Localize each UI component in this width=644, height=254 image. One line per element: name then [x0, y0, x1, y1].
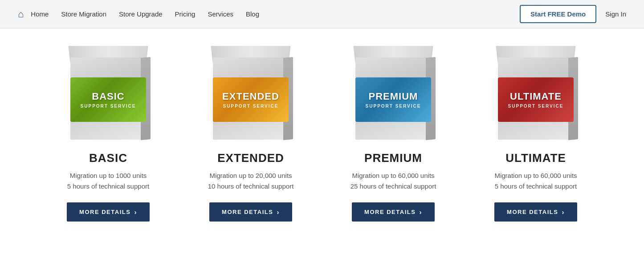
- box-band-title-extended: EXTENDED: [222, 91, 279, 102]
- nav-actions: Start FREE Demo Sign In: [520, 5, 626, 23]
- nav-item-store-upgrade[interactable]: Store Upgrade: [119, 10, 163, 18]
- nav-item-pricing[interactable]: Pricing: [175, 10, 196, 18]
- product-card-ultimate: ULTIMATE SUPPORT SERVICE ULTIMATE Migrat…: [465, 37, 607, 230]
- box-band-title-ultimate: ULTIMATE: [510, 91, 562, 102]
- chevron-right-icon-basic: ›: [134, 208, 137, 216]
- nav-item-blog[interactable]: Blog: [246, 10, 259, 18]
- product-desc-premium: Migration up to 60,000 units 25 hours of…: [351, 170, 436, 192]
- more-details-button-basic[interactable]: MORE DETAILS ›: [67, 202, 150, 222]
- nav-item-store-migration[interactable]: Store Migration: [61, 10, 106, 18]
- product-card-basic: BASIC SUPPORT SERVICE BASIC Migration up…: [37, 37, 179, 230]
- more-details-button-extended[interactable]: MORE DETAILS ›: [209, 202, 292, 222]
- box-band-subtitle-extended: SUPPORT SERVICE: [223, 104, 279, 109]
- navbar: ⌂ Home Store Migration Store Upgrade Pri…: [0, 0, 644, 28]
- nav-links: Home Store Migration Store Upgrade Prici…: [31, 10, 520, 18]
- chevron-right-icon-ultimate: ›: [562, 208, 565, 216]
- box-band-subtitle-premium: SUPPORT SERVICE: [366, 104, 421, 109]
- nav-item-services[interactable]: Services: [208, 10, 233, 18]
- more-details-label-premium: MORE DETAILS: [364, 209, 416, 215]
- box-3d-basic: BASIC SUPPORT SERVICE: [66, 46, 151, 140]
- box-band-subtitle-basic: SUPPORT SERVICE: [81, 104, 136, 109]
- box-wrapper-premium: PREMIUM SUPPORT SERVICE: [340, 42, 447, 144]
- box-band-premium: PREMIUM SUPPORT SERVICE: [355, 77, 431, 122]
- box-band-basic: BASIC SUPPORT SERVICE: [70, 77, 146, 122]
- products-grid: BASIC SUPPORT SERVICE BASIC Migration up…: [0, 28, 644, 248]
- product-title-basic: BASIC: [89, 151, 127, 165]
- start-demo-button[interactable]: Start FREE Demo: [520, 5, 596, 23]
- product-title-extended: EXTENDED: [217, 151, 284, 165]
- product-card-extended: EXTENDED SUPPORT SERVICE EXTENDED Migrat…: [179, 37, 322, 230]
- product-desc-ultimate: Migration up to 60,000 units 5 hours of …: [494, 170, 577, 192]
- more-details-button-ultimate[interactable]: MORE DETAILS ›: [494, 202, 577, 222]
- box-band-extended: EXTENDED SUPPORT SERVICE: [213, 77, 289, 122]
- box-band-subtitle-ultimate: SUPPORT SERVICE: [508, 104, 564, 109]
- product-title-premium: PREMIUM: [364, 151, 422, 165]
- more-details-button-premium[interactable]: MORE DETAILS ›: [352, 202, 435, 222]
- product-desc-extended: Migration up to 20,000 units 10 hours of…: [208, 170, 294, 192]
- more-details-label-extended: MORE DETAILS: [222, 209, 273, 215]
- product-title-ultimate: ULTIMATE: [505, 151, 566, 165]
- chevron-right-icon-premium: ›: [419, 208, 422, 216]
- box-band-title-basic: BASIC: [92, 91, 124, 102]
- box-wrapper-ultimate: ULTIMATE SUPPORT SERVICE: [482, 42, 589, 144]
- box-band-ultimate: ULTIMATE SUPPORT SERVICE: [498, 77, 574, 122]
- chevron-right-icon-extended: ›: [277, 208, 280, 216]
- product-desc-basic: Migration up to 1000 units 5 hours of te…: [67, 170, 149, 192]
- box-wrapper-basic: BASIC SUPPORT SERVICE: [55, 42, 162, 144]
- box-wrapper-extended: EXTENDED SUPPORT SERVICE: [197, 42, 304, 144]
- more-details-label-basic: MORE DETAILS: [79, 209, 130, 215]
- signin-link[interactable]: Sign In: [605, 10, 626, 18]
- box-3d-extended: EXTENDED SUPPORT SERVICE: [208, 46, 293, 140]
- home-icon[interactable]: ⌂: [18, 8, 24, 20]
- box-3d-premium: PREMIUM SUPPORT SERVICE: [351, 46, 436, 140]
- more-details-label-ultimate: MORE DETAILS: [507, 209, 558, 215]
- product-card-premium: PREMIUM SUPPORT SERVICE PREMIUM Migratio…: [322, 37, 465, 230]
- nav-item-home[interactable]: Home: [31, 10, 49, 18]
- box-band-title-premium: PREMIUM: [369, 91, 418, 102]
- box-3d-ultimate: ULTIMATE SUPPORT SERVICE: [493, 46, 578, 140]
